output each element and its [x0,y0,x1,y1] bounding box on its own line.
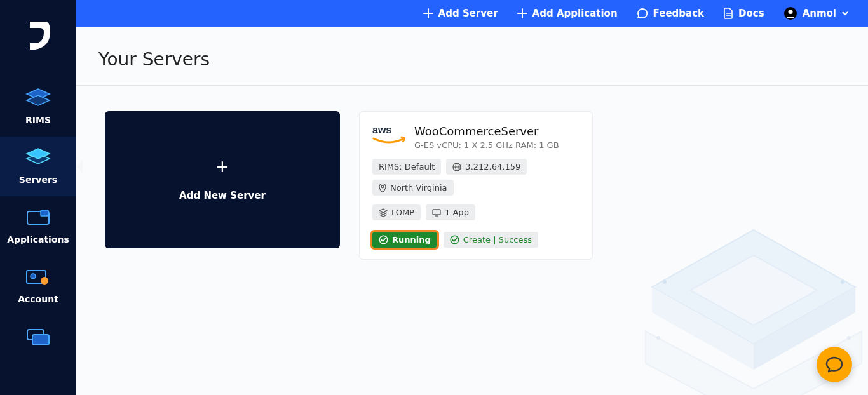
sidebar-item-label: Account [18,294,58,304]
add-application-button[interactable]: Add Application [517,8,618,19]
chevron-down-icon [841,10,849,17]
svg-point-15 [381,185,384,188]
plus-icon [517,8,527,18]
svg-text:aws: aws [372,124,391,135]
sidebar-item-extra[interactable] [0,316,76,354]
svg-point-26 [656,336,660,340]
topbar-label: Add Application [532,8,618,19]
plus-icon: + [215,158,229,175]
rims-badge[interactable]: RIMS: Default [372,159,441,175]
sidebar-item-label: Servers [19,175,57,185]
svg-point-12 [788,10,792,14]
chat-icon [637,8,648,19]
svg-point-27 [847,336,851,340]
svg-rect-10 [32,335,49,345]
doc-icon [723,8,733,19]
pin-icon [379,184,386,192]
sidebar-item-account[interactable]: Account [0,256,76,316]
add-card-label: Add New Server [179,190,266,201]
svg-rect-16 [433,210,440,215]
server-name: WooCommerceServer [414,124,559,138]
topbar-label: Feedback [653,8,704,19]
svg-point-25 [841,280,844,284]
chat-fab[interactable] [817,347,852,382]
sidebar-item-label: Applications [7,234,69,244]
servers-icon [24,145,52,171]
svg-marker-1 [27,95,50,105]
region-badge[interactable]: North Virginia [372,180,454,196]
feedback-button[interactable]: Feedback [637,8,704,19]
stack-badge[interactable]: LOMP [372,204,421,220]
status-running-badge[interactable]: Running [372,232,437,248]
plus-icon [423,8,433,18]
ip-badge[interactable]: 3.212.64.159 [446,159,527,175]
applications-icon [24,205,52,231]
sidebar-item-servers[interactable]: Servers [0,137,76,196]
logo-icon [25,19,51,52]
server-status-row: Running Create | Success [372,232,580,248]
apps-badge[interactable]: 1 App [426,204,475,220]
svg-point-7 [31,274,36,279]
svg-point-24 [663,280,667,284]
account-icon [24,265,52,290]
check-circle-icon [450,235,459,244]
server-card-header: aws WooCommerceServer G-ES vCPU: 1 X 2.5… [372,124,580,150]
server-card[interactable]: aws WooCommerceServer G-ES vCPU: 1 X 2.5… [359,111,593,260]
topbar-label: Add Server [438,8,498,19]
svg-point-8 [41,277,48,285]
rims-icon [24,86,52,111]
user-name: Anmol [803,8,836,19]
status-create-badge[interactable]: Create | Success [444,232,538,248]
provider-logo-aws: aws [372,124,405,149]
server-badges-row-1: RIMS: Default 3.212.64.159 North Virgini… [372,159,580,196]
server-badges-row-2: LOMP 1 App [372,204,580,220]
sidebar-item-rims[interactable]: RIMS [0,77,76,137]
sidebar-item-applications[interactable]: Applications [0,196,76,256]
server-spec: G-ES vCPU: 1 X 2.5 GHz RAM: 1 GB [414,140,559,150]
svg-marker-21 [652,287,754,370]
add-new-server-card[interactable]: + Add New Server [105,111,340,248]
docs-button[interactable]: Docs [723,8,764,19]
topbar: Add Server Add Application Feedback Docs… [76,0,868,27]
topbar-label: Docs [738,8,764,19]
user-menu[interactable]: Anmol [783,6,849,20]
sidebar-item-label: RIMS [25,115,51,125]
chat-bubble-icon [825,356,843,373]
svg-marker-20 [690,255,817,325]
page-title: Your Servers [76,27,868,86]
add-server-button[interactable]: Add Server [423,8,498,19]
svg-rect-5 [41,210,48,216]
monitor-icon [432,209,441,217]
sidebar: RIMS Servers Applications [0,0,76,395]
globe-icon [452,163,461,171]
server-cards-row: + Add New Server aws WooCommerceServer G… [76,86,868,260]
brand-logo [25,19,51,55]
check-circle-icon [379,235,388,244]
avatar-icon [783,6,797,20]
main: Your Servers + Add New Server aws WooCom… [76,27,868,395]
layers-icon [379,208,388,217]
extra-icon [24,325,52,350]
